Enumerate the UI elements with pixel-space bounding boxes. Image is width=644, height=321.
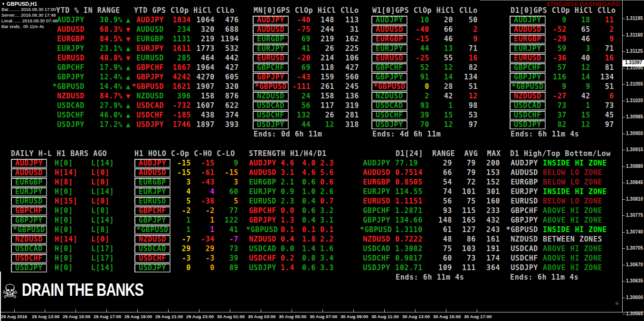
value-cell: 16: [605, 54, 614, 62]
value-cell: -15: [416, 35, 429, 43]
chevron-down-icon[interactable]: ▼: [1, 2, 5, 6]
d1-24-range-avg-max-footer: Ends: 6h 11m 4s: [360, 272, 501, 282]
table-cell: 9: [215, 158, 238, 168]
value-cell: 1.2871: [395, 206, 423, 215]
table-row: USDCHF371545: [508, 110, 616, 120]
table-row: GBPCHFH[0]L[8]: [9, 206, 123, 215]
table-cell: 1: [567, 101, 590, 110]
table-cell: 3.1: [276, 168, 294, 177]
pair-label: GBPCHF: [371, 63, 407, 72]
pair-label: USDCAD: [371, 101, 407, 110]
value-cell: 74: [443, 187, 452, 196]
table-row: *GBPUSD0.10.10.1: [246, 225, 334, 234]
table-cell: 23.1%: [85, 44, 123, 53]
table-cell: -40: [408, 25, 429, 34]
table-cell: USDJPY: [246, 263, 276, 272]
table-cell: USDCHF: [9, 110, 85, 120]
table-cell: 320: [215, 82, 239, 91]
table-cell: 1867: [164, 63, 191, 72]
pair-label: GBPJPY: [11, 216, 47, 225]
skull-icon: ☠: [615, 300, 619, 306]
table-row: GBPJPY12.4%▲: [9, 72, 134, 82]
value-cell: 10: [420, 16, 429, 24]
pair-label: USDJPY: [363, 263, 390, 272]
table-cell: 113: [334, 15, 359, 25]
table-cell: GBPCHF: [370, 63, 408, 72]
table-cell: EURGBP: [9, 34, 85, 44]
table-cell: 3: [215, 177, 238, 187]
table-cell: AUDUSD: [360, 168, 390, 177]
table-cell: GBPJPY: [360, 215, 390, 225]
brand-logo: ☠ DRAIN THE BANKS: [3, 276, 178, 304]
table-cell: -34: [191, 234, 215, 244]
value-cell: 37: [558, 111, 567, 119]
pair-label: AUDJPY: [511, 159, 538, 167]
pair-label: NZDUSD: [510, 92, 546, 101]
table-cell: 71: [590, 44, 614, 53]
table-cell: 46: [567, 34, 590, 44]
table-cell: EURJPY: [246, 187, 276, 196]
table-cell: 48.8%: [85, 53, 123, 63]
table-cell: EURJPY: [129, 44, 164, 53]
table-row: *GBPUSD1141: [133, 225, 238, 234]
table-cell: EURGBP: [129, 34, 164, 44]
pair-label: EURJPY: [511, 187, 538, 196]
table-cell: 79: [452, 158, 476, 168]
value-cell: 15: [444, 111, 453, 119]
table-cell: 174: [476, 253, 500, 263]
value-cell: H[0]: [55, 159, 73, 167]
table-cell: ABOVE HI ZONE: [538, 263, 621, 272]
table-row: NZDUSDH[14]L[0]: [9, 234, 123, 244]
table-cell: 4.0: [294, 158, 316, 168]
table-cell: 45: [590, 110, 614, 120]
table-cell: 159: [311, 72, 334, 82]
table-cell: 1621: [164, 82, 191, 91]
value-cell: 113: [345, 16, 359, 24]
value-cell: 1.1151: [395, 197, 423, 205]
current-price-badge: 1.31097: [623, 60, 644, 67]
chart-area[interactable]: ▼ GBPUSD,H1 Bar......... 2016.08.30 17:0…: [0, 0, 644, 321]
value-cell: 1746: [172, 120, 191, 129]
value-cell: 0.1: [302, 225, 316, 234]
value-cell: ABOVE HI ZONE: [543, 216, 602, 224]
value-cell: 42: [444, 92, 453, 100]
d1-high-top-bottom-low-header: D1 High/Top Bottom/Low: [503, 149, 621, 158]
table-row: USDCHFH[0]L[17]: [9, 253, 123, 263]
table-row: USDJPYH[0]L[14]: [9, 263, 123, 272]
price-tick: [623, 150, 625, 150]
value-cell: 12: [581, 120, 590, 129]
table-cell: GBPJPY: [508, 72, 547, 82]
value-cell: H[8]: [55, 178, 73, 186]
price-label: 1.31055: [626, 81, 643, 87]
pair-label: GBPCHF: [136, 63, 164, 72]
value-cell: 71: [605, 44, 614, 53]
table-cell: H[0]: [48, 158, 85, 168]
table-row: USDCHF-185438374: [129, 110, 239, 120]
pair-label: EURUSD: [136, 54, 164, 62]
table-row: EURGBP69219162: [252, 34, 359, 44]
table-cell: EURUSD: [129, 53, 164, 63]
table-cell: 29: [172, 244, 191, 253]
table-cell: NZDUSD: [503, 234, 538, 244]
pair-label: EURGBP: [11, 178, 47, 187]
table-cell: 116: [547, 72, 567, 82]
table-cell: 0.7: [316, 196, 334, 206]
value-cell: 0.6: [302, 206, 316, 215]
table-cell: GBPJPY: [503, 215, 538, 225]
d10-gps: D1[0]GPS ClOp HiCl ClLoAUDJPY91811AUDUSD…: [508, 6, 616, 139]
value-cell: 1607: [196, 101, 215, 110]
table-cell: 1131: [164, 34, 191, 44]
table-cell: L[0]: [85, 177, 123, 187]
table-cell: 12: [429, 120, 453, 129]
table-row: USDCAD27.9%▲: [9, 101, 134, 110]
table-cell: -40: [290, 15, 311, 25]
table-row: EURGBPBELOW LO ZONE: [503, 177, 621, 187]
table-cell: USDCHF: [508, 110, 547, 120]
value-cell: 31: [350, 25, 359, 34]
value-cell: 0.4: [281, 235, 294, 243]
table-cell: 26: [311, 110, 334, 120]
table-cell: 31: [334, 25, 359, 34]
mn0-gps: MN[0]GPS ClOp HiCl ClLoAUDJPY-40148113AU…: [252, 6, 359, 139]
value-cell: 101: [462, 187, 476, 196]
table-row: EURGBP84.5%▼: [9, 34, 134, 44]
